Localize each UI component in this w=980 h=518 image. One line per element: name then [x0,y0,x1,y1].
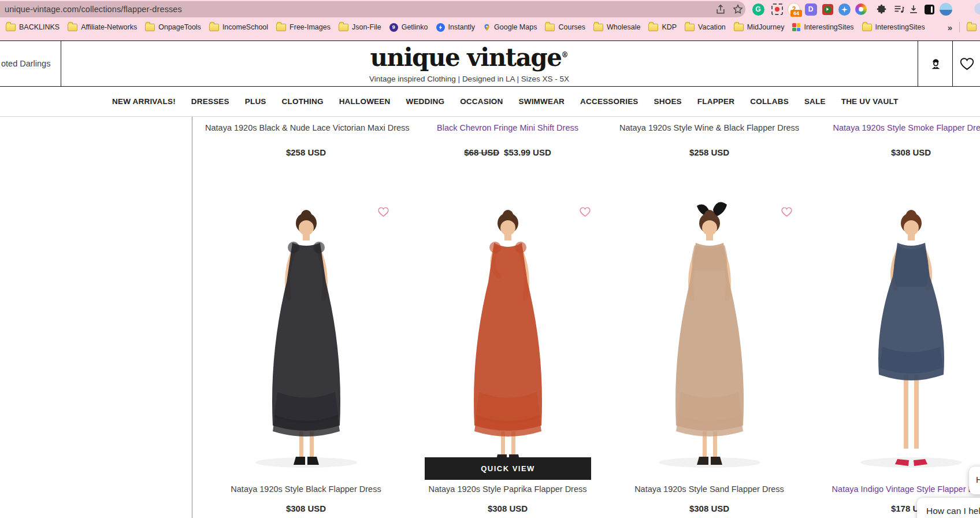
chat-text-top: H [976,475,980,484]
product-row-2: Nataya 1920s Style Black Flapper Dress $… [205,197,980,513]
folder-icon [276,24,286,31]
product-price: $308 USD [205,504,407,513]
wishlist-button[interactable] [952,41,980,86]
bookmark-getlinko[interactable]: 9 Getlinko [389,23,428,32]
product-image[interactable] [608,201,810,479]
nav-item-dresses[interactable]: DRESSES [191,97,229,106]
nav-item-clothing[interactable]: CLOTHING [282,97,324,106]
bookmark-courses[interactable]: Courses [545,23,585,31]
side-panel-icon[interactable] [923,3,936,16]
main-nav: NEW ARRIVALS! DRESSES PLUS CLOTHING HALL… [0,87,980,117]
address-bar[interactable]: unique-vintage.com/collections/flapper-d… [0,1,745,17]
chat-text-bottom: How can I help [926,506,980,516]
product-image[interactable] [810,201,980,479]
product-card: Nataya 1920s Style Sand Flapper Dress $3… [608,197,810,513]
nav-item-plus[interactable]: PLUS [245,97,266,106]
folder-icon [862,24,872,31]
product-row-1: Nataya 1920s Black & Nude Lace Victorian… [205,117,980,157]
product-image[interactable] [205,201,407,479]
bookmark-backlinks[interactable]: BACKLINKS [6,23,60,31]
screenshot-extension-icon[interactable] [771,3,784,16]
row2-title-0[interactable]: Nataya 1920s Style Black Flapper Dress [205,484,407,494]
nav-item-flapper[interactable]: FLAPPER [697,97,734,106]
bookmark-wholesale[interactable]: Wholesale [593,23,640,31]
getlinko-icon: 9 [389,23,398,32]
folder-icon [209,24,219,31]
bookmark-free-images[interactable]: Free-Images [276,23,331,31]
nav-item-occasion[interactable]: OCCASION [460,97,503,106]
bookmark-affiliate-networks[interactable]: Affiliate-Networks [68,23,137,31]
nav-item-sale[interactable]: SALE [804,97,826,106]
bookmark-incomeschool[interactable]: IncomeSchool [209,23,268,31]
bookmarks-overflow-chevron[interactable]: » [948,23,952,32]
logo-block[interactable]: unique vintage® Vintage inspired Clothin… [369,45,569,83]
browser-toolbar: unique-vintage.com/collections/flapper-d… [0,0,980,18]
bookmark-json-file[interactable]: Json-File [339,23,381,31]
product-price: $68 USD$53.99 USD [407,147,608,157]
url-text[interactable]: unique-vintage.com/collections/flapper-d… [5,5,182,14]
google-maps-pin-icon [483,23,491,32]
instantly-lightning-icon [436,23,445,32]
row2-title-2[interactable]: Nataya 1920s Style Sand Flapper Dress [608,484,810,494]
row2-title-3[interactable]: Nataya Indigo Vintage Style Flapper Dres… [810,484,980,494]
extensions-puzzle-icon[interactable] [875,3,888,16]
wishlist-heart-icon [959,56,975,72]
bookmark-google-maps[interactable]: Google Maps [483,23,537,32]
profile-avatar[interactable] [940,3,952,16]
d-extension-icon[interactable]: D [804,3,817,16]
row1-title-0[interactable]: Nataya 1920s Black & Nude Lace Victorian… [205,123,407,132]
nav-item-uv-vault[interactable]: THE UV VAULT [841,97,899,106]
product-image[interactable]: QUICK VIEW [407,201,608,479]
bookmark-vacation[interactable]: Vacation [685,23,726,31]
bookmark-onpagetools[interactable]: OnpageTools [145,23,201,31]
folder-icon [593,24,603,31]
nav-item-shoes[interactable]: SHOES [654,97,682,106]
product-price: $308 USD [407,504,608,513]
product-card: Nataya 1920s Style Smoke Flapper Dress $… [810,117,980,157]
nav-item-halloween[interactable]: HALLOWEEN [339,97,391,106]
bookmark-midjourney[interactable]: MidJourney [734,23,785,31]
chat-message-bubble-top[interactable]: H [969,467,980,494]
row2-title-1[interactable]: Nataya 1920s Style Paprika Flapper Dress [407,484,608,494]
trademark-symbol: ® [561,51,568,59]
site-header: oted Darlings unique vintage® Vintage in… [0,40,980,87]
other-bookmarks-folder-icon[interactable] [967,24,977,31]
folder-icon [648,24,658,31]
row1-title-2[interactable]: Nataya 1920s Style Wine & Black Flapper … [608,123,810,132]
clipped-toolbar-icon[interactable] [974,3,980,14]
filter-sidebar [0,117,192,518]
video-downloader-extension-icon[interactable] [821,3,834,16]
product-price: $308 USD [608,504,810,513]
share-icon[interactable] [714,3,727,16]
blue-sparkle-extension-icon[interactable] [838,3,851,16]
favorite-heart-icon[interactable] [377,206,389,220]
downloads-icon[interactable] [907,3,920,16]
nav-item-collabs[interactable]: COLLABS [750,97,789,106]
row1-title-3[interactable]: Nataya 1920s Style Smoke Flapper Dress [810,123,980,132]
quick-view-button[interactable]: QUICK VIEW [425,457,591,480]
sale-price: $53.99 USD [504,147,551,157]
bookmark-instantly[interactable]: Instantly [436,23,476,32]
media-queue-icon[interactable] [893,3,905,16]
nav-item-wedding[interactable]: WEDDING [406,97,444,106]
folder-icon [685,24,695,31]
row1-title-1[interactable]: Black Chevron Fringe Mini Shift Dress [407,123,608,132]
folder-icon [339,24,348,31]
bookmark-star-icon[interactable] [732,3,744,16]
grammarly-extension-icon[interactable]: G [752,3,764,16]
nav-item-swimwear[interactable]: SWIMWEAR [518,97,565,106]
folder-icon [545,24,555,31]
bookmark-interestingsites-1[interactable]: InterestingSites [792,23,853,31]
bookmark-kdp[interactable]: KDP [648,23,677,31]
favorite-heart-icon[interactable] [781,206,793,220]
chat-message-bubble-bottom[interactable]: How can I help [917,498,980,518]
favorite-heart-icon[interactable] [579,206,591,220]
color-wheel-extension-icon[interactable] [855,3,867,16]
bookmark-interestingsites-2[interactable]: InterestingSites [862,23,925,31]
product-price: $308 USD [810,147,980,157]
nav-item-new-arrivals[interactable]: NEW ARRIVALS! [112,97,176,106]
account-button[interactable] [918,41,953,86]
folder-icon [6,24,16,31]
bookmarks-bar: BACKLINKS Affiliate-Networks OnpageTools… [0,18,980,40]
nav-item-accessories[interactable]: ACCESSORIES [580,97,638,106]
